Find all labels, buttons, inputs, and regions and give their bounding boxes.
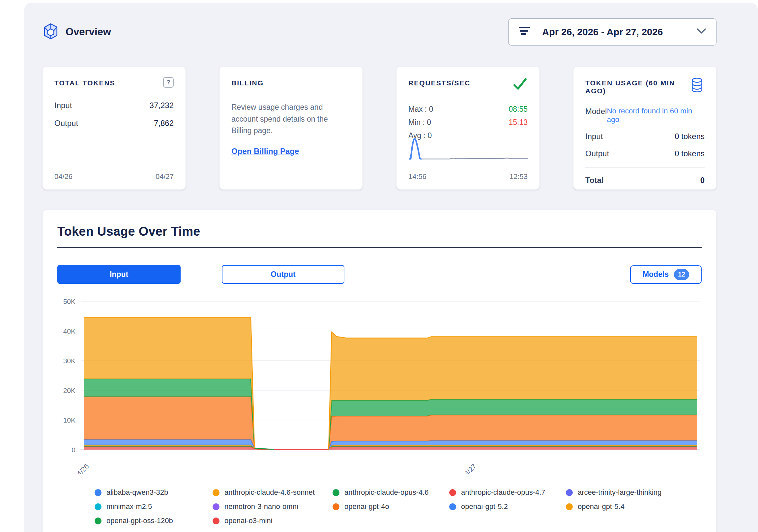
legend-item: alibaba-qwen3-32b (95, 487, 213, 498)
legend-label: anthropic-claude-opus-4.7 (461, 488, 545, 497)
legend-item: anthropic-claude-opus-4.7 (449, 487, 566, 498)
token-usage-60min-card: TOKEN USAGE (60 MIN AGO) Model No recor (573, 67, 716, 190)
legend-label: openai-gpt-oss-120b (106, 516, 173, 525)
page-title: Overview (66, 26, 111, 38)
models-button-label: Models (643, 270, 669, 279)
billing-title: BILLING (231, 77, 351, 87)
spark-time-start: 14:56 (408, 172, 427, 181)
legend-item: nemotron-3-nano-omni (213, 501, 332, 512)
legend-dot-icon (566, 503, 573, 510)
output-tab-button[interactable]: Output (222, 265, 344, 284)
input-label: Input (54, 101, 72, 110)
legend-dot-icon (332, 489, 339, 496)
svg-text:30K: 30K (63, 357, 76, 365)
models-button[interactable]: Models 12 (630, 266, 702, 284)
billing-card: BILLING Review usage charges and account… (220, 67, 362, 190)
input-tab-button[interactable]: Input (57, 265, 181, 284)
legend-label: anthropic-claude-opus-4.6 (344, 488, 429, 497)
legend-label: nemotron-3-nano-omni (224, 502, 298, 511)
legend-dot-icon (213, 517, 220, 524)
total-tokens-card: TOTAL TOKENS ? Input 37,232 Output 7,862… (43, 67, 186, 190)
legend-item: anthropic-claude-opus-4.6 (332, 487, 449, 498)
spark-time-end: 12:53 (509, 172, 528, 181)
total-value: 0 (700, 176, 705, 185)
svg-text:0: 0 (72, 446, 76, 453)
legend-dot-icon (449, 503, 456, 510)
min-time: 15:13 (508, 118, 528, 127)
legend-label: openai-o3-mini (224, 516, 273, 525)
legend-dot-icon (566, 489, 573, 496)
models-count-badge: 12 (674, 269, 689, 280)
legend-label: arcee-trinity-large-thinking (578, 488, 662, 497)
total-label: Total (585, 176, 604, 185)
filter-icon (518, 26, 532, 38)
legend-dot-icon (95, 517, 101, 524)
date-range-picker[interactable]: Apr 26, 2026 - Apr 27, 2026 (508, 18, 716, 46)
help-icon[interactable]: ? (163, 77, 174, 88)
requests-per-sec-card: REQUESTS/SEC Max : 0 Min : 0 Avg : 0 0 (396, 67, 539, 190)
legend-label: openai-gpt-5.4 (578, 502, 625, 511)
footer-date-end: 04/27 (155, 172, 174, 181)
legend-item: openai-gpt-4o (332, 501, 449, 512)
section-title: Token Usage Over Time (57, 225, 702, 239)
model-label: Model (585, 107, 607, 124)
section-divider (57, 247, 702, 248)
open-billing-link[interactable]: Open Billing Page (231, 147, 299, 156)
max-stat: Max : 0 (408, 105, 433, 114)
legend-label: minimax-m2.5 (106, 502, 152, 511)
tu-input-label: Input (585, 132, 603, 141)
legend-item: openai-gpt-oss-120b (95, 515, 213, 526)
legend-label: anthropic-claude-4.6-sonnet (224, 488, 315, 497)
svg-text:40K: 40K (63, 327, 76, 335)
tu-input-value: 0 tokens (674, 132, 705, 141)
total-tokens-title: TOTAL TOKENS (54, 77, 115, 87)
input-value: 37,232 (150, 101, 174, 110)
requests-sparkline (407, 134, 529, 164)
output-value: 7,862 (154, 119, 174, 128)
token-usage-title: TOKEN USAGE (60 MIN AGO) (585, 77, 684, 95)
stacked-area-chart: 010K20K30K40K50K04/2604/27 (57, 296, 702, 474)
legend-label: alibaba-qwen3-32b (106, 488, 168, 497)
token-usage-over-time-card: Token Usage Over Time Input Output Model… (43, 210, 716, 532)
tu-output-label: Output (585, 149, 609, 158)
check-icon (512, 77, 528, 92)
min-stat: Min : 0 (408, 118, 433, 127)
chart-legend: alibaba-qwen3-32banthropic-claude-4.6-so… (95, 487, 702, 526)
legend-item: openai-gpt-5.2 (449, 501, 566, 512)
stat-cards-row: TOTAL TOKENS ? Input 37,232 Output 7,862… (43, 67, 716, 190)
main-panel: Overview Apr 26, 2026 - Apr 27, 2026 (24, 3, 758, 532)
legend-dot-icon (95, 489, 101, 496)
billing-description: Review usage charges and account spend d… (231, 101, 351, 137)
chevron-down-icon (696, 28, 706, 36)
legend-item: minimax-m2.5 (95, 501, 213, 512)
legend-label: openai-gpt-4o (344, 502, 389, 511)
svg-text:20K: 20K (63, 387, 76, 394)
model-value: No record found in 60 min ago (607, 107, 705, 124)
footer-date-start: 04/26 (54, 172, 73, 181)
overview-cube-icon (43, 23, 59, 41)
max-time: 08:55 (508, 105, 528, 114)
legend-dot-icon (332, 503, 339, 510)
tu-output-value: 0 tokens (674, 149, 705, 158)
legend-item: openai-gpt-5.4 (566, 501, 702, 512)
svg-text:50K: 50K (63, 298, 76, 305)
date-range-value: Apr 26, 2026 - Apr 27, 2026 (542, 27, 663, 38)
legend-dot-icon (449, 489, 456, 496)
svg-text:10K: 10K (63, 416, 76, 424)
database-icon (689, 77, 705, 94)
svg-text:04/27: 04/27 (460, 462, 477, 474)
legend-dot-icon (213, 503, 220, 510)
legend-dot-icon (95, 503, 101, 510)
requests-title: REQUESTS/SEC (408, 77, 471, 87)
legend-item: arcee-trinity-large-thinking (566, 487, 702, 498)
svg-text:04/26: 04/26 (73, 462, 90, 474)
page-header: Overview Apr 26, 2026 - Apr 27, 2026 (43, 18, 716, 46)
legend-item: anthropic-claude-4.6-sonnet (213, 487, 332, 498)
output-label: Output (54, 119, 78, 128)
legend-item: openai-o3-mini (213, 515, 332, 526)
divider (585, 167, 705, 168)
legend-dot-icon (213, 489, 220, 496)
legend-label: openai-gpt-5.2 (461, 502, 508, 511)
